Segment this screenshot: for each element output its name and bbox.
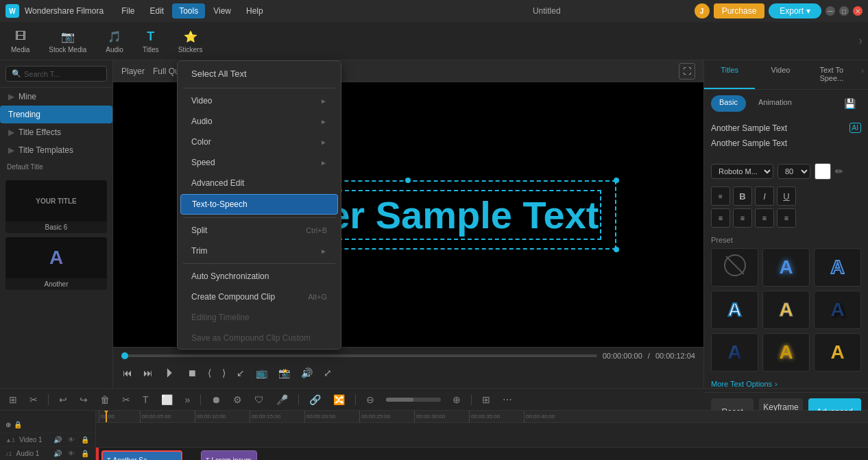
- ai-icon[interactable]: AI: [849, 123, 861, 133]
- toolbar-more-chevron[interactable]: ›: [858, 34, 863, 48]
- more-text-options[interactable]: More Text Options ›: [704, 376, 868, 392]
- tl-shuffle-button[interactable]: 🔀: [330, 392, 348, 407]
- dd-split[interactable]: Split Ctrl+B: [180, 221, 338, 240]
- tab-video[interactable]: Video: [755, 60, 806, 89]
- timeline-clip-2[interactable]: T Lorem ipsum: [201, 450, 257, 460]
- tl-grid-button[interactable]: ⊞: [479, 392, 494, 407]
- tool-audio[interactable]: 🎵 Audio: [100, 25, 129, 56]
- sub-tab-animation[interactable]: Animation: [750, 95, 800, 112]
- minimize-button[interactable]: ─: [825, 6, 835, 16]
- color-swatch[interactable]: [815, 163, 831, 180]
- dd-text-to-speech[interactable]: Text-to-Speech: [180, 194, 338, 215]
- preset-stroke-blue[interactable]: A: [711, 291, 758, 329]
- export-button[interactable]: Export ▾: [769, 3, 821, 19]
- track-audio-eye-icon[interactable]: 👁: [67, 449, 76, 459]
- dd-select-all-text[interactable]: Select All Text: [180, 62, 338, 85]
- play-prev-button[interactable]: ⏮: [121, 366, 134, 380]
- tl-add-button[interactable]: ⊞: [5, 392, 21, 407]
- add-track-row[interactable]: ⊕ 🔒: [0, 417, 95, 434]
- dd-auto-sync[interactable]: Auto Synchronization: [180, 267, 338, 286]
- track-lock-icon[interactable]: 🔒: [80, 435, 90, 445]
- snapshot-button[interactable]: 📸: [277, 366, 291, 380]
- tl-settings-button[interactable]: ⚙: [230, 392, 245, 407]
- dd-compound[interactable]: Create Compound Clip Alt+G: [180, 287, 338, 306]
- maximize-button[interactable]: □: [839, 6, 849, 16]
- preset-none[interactable]: [711, 248, 758, 287]
- menu-help[interactable]: Help: [239, 3, 270, 19]
- track-audio-lock-icon[interactable]: 🔒: [80, 449, 90, 459]
- tl-link-button[interactable]: 🔗: [306, 392, 324, 407]
- volume-button[interactable]: 🔊: [300, 366, 314, 380]
- sidebar-item-mine[interactable]: ▶ Mine: [0, 88, 112, 106]
- search-box[interactable]: 🔍 Search T...: [5, 66, 107, 82]
- expand-button[interactable]: ⤢: [322, 366, 333, 380]
- tl-cut-button[interactable]: ✂: [119, 392, 134, 407]
- size-select[interactable]: 80: [777, 164, 810, 179]
- font-select[interactable]: Roboto M...: [711, 164, 773, 179]
- save-icon[interactable]: 💾: [839, 95, 861, 112]
- sidebar-item-templates[interactable]: ▶ Title Templates: [0, 141, 112, 159]
- tab-titles[interactable]: Titles: [704, 60, 755, 89]
- mark-in-button[interactable]: ⟨: [206, 366, 213, 380]
- format-strikethrough-button[interactable]: ≡: [711, 186, 730, 206]
- track-vol-icon[interactable]: 🔊: [53, 435, 62, 445]
- tool-titles[interactable]: T Titles: [137, 25, 165, 56]
- right-tab-more-chevron[interactable]: ›: [857, 60, 868, 89]
- avatar[interactable]: J: [695, 3, 710, 19]
- format-underline-button[interactable]: U: [777, 186, 796, 206]
- track-eye-icon[interactable]: 👁: [67, 435, 76, 445]
- tl-text-button[interactable]: T: [139, 392, 152, 407]
- progress-bar[interactable]: [121, 354, 597, 357]
- tl-shield-button[interactable]: 🛡: [251, 392, 267, 407]
- dd-advanced-edit[interactable]: Advanced Edit: [180, 173, 338, 193]
- format-italic-button[interactable]: I: [755, 186, 774, 206]
- fullscreen-button[interactable]: 📺: [254, 366, 269, 380]
- tab-text-to-speech[interactable]: Text To Spee...: [806, 60, 857, 89]
- play-button[interactable]: ⏵: [162, 364, 178, 381]
- align-center-button[interactable]: ≡: [733, 208, 752, 228]
- sub-tab-basic[interactable]: Basic: [711, 95, 746, 112]
- frame-back-button[interactable]: ⏭: [142, 366, 154, 380]
- preset-gold-glow[interactable]: A: [762, 333, 810, 372]
- tl-more-button[interactable]: »: [182, 392, 194, 407]
- dd-trim[interactable]: Trim ►: [180, 241, 338, 261]
- preset-yellow[interactable]: A: [762, 291, 810, 329]
- fullscreen-icon[interactable]: ⛶: [679, 63, 695, 80]
- close-button[interactable]: ✕: [853, 6, 863, 16]
- playhead[interactable]: [106, 411, 107, 422]
- menu-tools[interactable]: Tools: [172, 3, 205, 19]
- preset-dark-solid[interactable]: A: [711, 333, 758, 372]
- sidebar-item-trending[interactable]: Trending: [0, 106, 112, 123]
- preset-dark-blue[interactable]: A: [814, 291, 861, 329]
- tl-record-button[interactable]: ⏺: [208, 392, 224, 407]
- dd-color[interactable]: Color ►: [180, 132, 338, 152]
- tl-zoom-in-button[interactable]: ⊕: [449, 392, 464, 407]
- track-audio-vol-icon[interactable]: 🔊: [53, 449, 62, 459]
- tl-cursor-button[interactable]: ✂: [26, 392, 41, 407]
- dd-audio[interactable]: Audio ►: [180, 112, 338, 131]
- tl-crop-button[interactable]: ⬜: [158, 392, 176, 407]
- menu-file[interactable]: File: [114, 3, 141, 19]
- align-justify-button[interactable]: ≡: [777, 208, 796, 228]
- preset-gold-grad[interactable]: A: [814, 333, 861, 372]
- dd-speed[interactable]: Speed ►: [180, 153, 338, 172]
- menu-edit[interactable]: Edit: [143, 3, 171, 19]
- tool-media[interactable]: 🎞 Media: [5, 25, 35, 56]
- menu-view[interactable]: View: [206, 3, 238, 19]
- tl-dots-button[interactable]: ⋯: [499, 392, 516, 407]
- timeline-clip-1[interactable]: T Another Sa...: [101, 450, 182, 460]
- preset-blue-glow[interactable]: A: [762, 248, 810, 287]
- thumb-another[interactable]: A Another: [5, 237, 107, 290]
- thumb-basic6[interactable]: YOUR TITLE Basic 6: [5, 180, 107, 233]
- format-bold-button[interactable]: B: [733, 186, 752, 206]
- tl-delete-button[interactable]: 🗑: [97, 392, 113, 407]
- dd-video[interactable]: Video ►: [180, 91, 338, 110]
- edit-icon[interactable]: ✏: [835, 166, 843, 177]
- tl-mic-button[interactable]: 🎤: [273, 392, 291, 407]
- tl-undo-button[interactable]: ↩: [56, 392, 71, 407]
- tool-stock-media[interactable]: 📷 Stock Media: [43, 25, 92, 56]
- tl-redo-button[interactable]: ↪: [76, 392, 91, 407]
- zoom-slider[interactable]: [386, 398, 441, 402]
- tool-stickers[interactable]: ⭐ Stickers: [173, 25, 208, 56]
- purchase-button[interactable]: Purchase: [714, 3, 765, 19]
